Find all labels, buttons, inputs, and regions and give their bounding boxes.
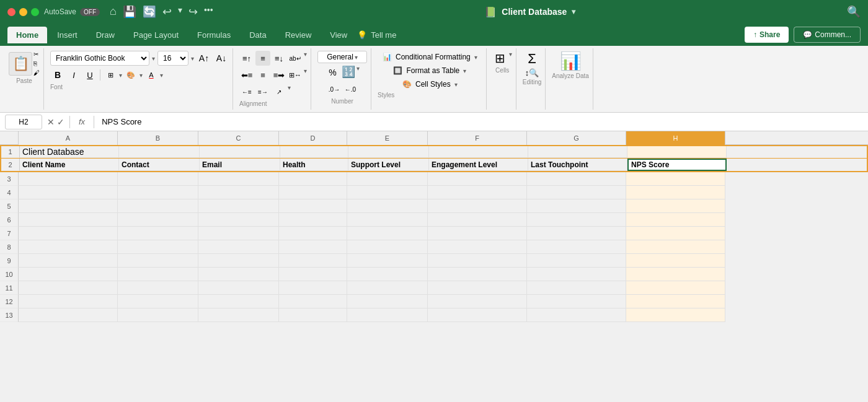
tab-review[interactable]: Review: [277, 27, 321, 43]
cell-c2[interactable]: Email: [200, 159, 280, 171]
cell-f3[interactable]: [428, 172, 527, 186]
cell-a3[interactable]: [19, 172, 118, 186]
cell-h9[interactable]: [626, 254, 725, 268]
font-color-button[interactable]: A: [144, 68, 159, 82]
cell-g8[interactable]: [527, 240, 626, 254]
cell-e8[interactable]: [347, 240, 428, 254]
cell-h7[interactable]: [626, 227, 725, 240]
wrap-text-button[interactable]: ab↵: [288, 51, 303, 66]
cell-f11[interactable]: [428, 281, 527, 295]
row-num-9[interactable]: 9: [0, 254, 19, 268]
align-middle-button[interactable]: ≡: [255, 51, 270, 66]
cell-e5[interactable]: [347, 199, 428, 213]
orientation-button[interactable]: ↗: [272, 84, 286, 99]
cell-b3[interactable]: [118, 172, 198, 186]
cell-f9[interactable]: [428, 254, 527, 268]
increase-decimal-button[interactable]: .0→: [327, 82, 342, 97]
tab-home[interactable]: Home: [7, 27, 47, 43]
cell-d6[interactable]: [279, 213, 347, 227]
row-num-1[interactable]: 1: [1, 146, 20, 158]
decrease-decimal-button[interactable]: ←.0: [343, 82, 358, 97]
undo-icon[interactable]: ↩: [162, 5, 172, 19]
cell-b8[interactable]: [118, 240, 198, 254]
cell-a4[interactable]: [19, 186, 118, 199]
comment-button[interactable]: 💬 Commen...: [794, 27, 861, 43]
cell-e2[interactable]: Support Level: [348, 159, 429, 171]
cancel-formula-button[interactable]: ✕: [47, 117, 55, 127]
cell-f5[interactable]: [428, 199, 527, 213]
cell-d13[interactable]: [279, 308, 347, 322]
row-num-5[interactable]: 5: [0, 199, 19, 213]
tab-draw[interactable]: Draw: [87, 27, 123, 43]
cell-h4[interactable]: [626, 186, 725, 199]
cell-e11[interactable]: [347, 281, 428, 295]
cell-h13[interactable]: [626, 308, 725, 322]
cell-h3[interactable]: [626, 172, 725, 186]
cell-c7[interactable]: [198, 227, 279, 240]
cell-e13[interactable]: [347, 308, 428, 322]
cell-d7[interactable]: [279, 227, 347, 240]
bold-button[interactable]: B: [50, 68, 65, 82]
tab-formulas[interactable]: Formulas: [188, 27, 239, 43]
row-num-7[interactable]: 7: [0, 227, 19, 240]
cell-reference-box[interactable]: H2: [5, 115, 42, 129]
cell-c10[interactable]: [198, 268, 279, 281]
row-num-10[interactable]: 10: [0, 268, 19, 281]
cell-d11[interactable]: [279, 281, 347, 295]
cell-a1[interactable]: Client Database: [20, 146, 119, 158]
cell-e3[interactable]: [347, 172, 428, 186]
insert-cells-button[interactable]: ⊞: [493, 51, 508, 66]
cell-b10[interactable]: [118, 268, 198, 281]
cell-g3[interactable]: [527, 172, 626, 186]
cell-c5[interactable]: [198, 199, 279, 213]
autosave-toggle[interactable]: OFF: [80, 8, 100, 16]
italic-button[interactable]: I: [66, 68, 81, 82]
cell-a6[interactable]: [19, 213, 118, 227]
row-num-3[interactable]: 3: [0, 172, 19, 186]
cell-d3[interactable]: [279, 172, 347, 186]
decrease-indent-button[interactable]: ←≡: [239, 84, 254, 99]
cell-e10[interactable]: [347, 268, 428, 281]
cell-g10[interactable]: [527, 268, 626, 281]
row-num-6[interactable]: 6: [0, 213, 19, 227]
cell-h11[interactable]: [626, 281, 725, 295]
cell-h12[interactable]: [626, 295, 725, 308]
cell-b5[interactable]: [118, 199, 198, 213]
cell-g2[interactable]: Last Touchpoint: [528, 159, 627, 171]
fill-color-button[interactable]: 🎨: [123, 68, 138, 82]
cell-styles-button[interactable]: 🎨 Cell Styles ▾: [397, 78, 463, 90]
row-num-11[interactable]: 11: [0, 281, 19, 295]
cell-a2[interactable]: Client Name: [20, 159, 119, 171]
cell-c12[interactable]: [198, 295, 279, 308]
cell-c13[interactable]: [198, 308, 279, 322]
tab-view[interactable]: View: [321, 27, 356, 43]
col-header-d[interactable]: D: [279, 131, 347, 145]
cell-b1[interactable]: [119, 146, 200, 158]
save-icon[interactable]: 💾: [123, 5, 136, 19]
row-num-4[interactable]: 4: [0, 186, 19, 199]
col-header-c[interactable]: C: [198, 131, 279, 145]
cell-d8[interactable]: [279, 240, 347, 254]
cell-a11[interactable]: [19, 281, 118, 295]
format-as-table-button[interactable]: 🔲 Format as Table ▾: [388, 64, 471, 77]
cell-d1[interactable]: [280, 146, 348, 158]
cell-g4[interactable]: [527, 186, 626, 199]
col-header-e[interactable]: E: [347, 131, 428, 145]
decrease-font-size-button[interactable]: A↓: [214, 51, 229, 66]
cell-e4[interactable]: [347, 186, 428, 199]
undo-dropdown[interactable]: ▾: [178, 5, 182, 19]
cell-g12[interactable]: [527, 295, 626, 308]
cell-f6[interactable]: [428, 213, 527, 227]
cell-c6[interactable]: [198, 213, 279, 227]
cell-h5[interactable]: [626, 199, 725, 213]
cell-g5[interactable]: [527, 199, 626, 213]
cell-c3[interactable]: [198, 172, 279, 186]
conditional-formatting-button[interactable]: 📊 Conditional Formatting ▾: [378, 51, 482, 63]
cell-g11[interactable]: [527, 281, 626, 295]
number-format-select[interactable]: General ▾: [317, 51, 367, 63]
cell-f4[interactable]: [428, 186, 527, 199]
cell-f10[interactable]: [428, 268, 527, 281]
font-name-select[interactable]: Franklin Gothic Book: [50, 51, 149, 66]
increase-font-size-button[interactable]: A↑: [197, 51, 211, 66]
cell-h1[interactable]: [627, 146, 727, 158]
